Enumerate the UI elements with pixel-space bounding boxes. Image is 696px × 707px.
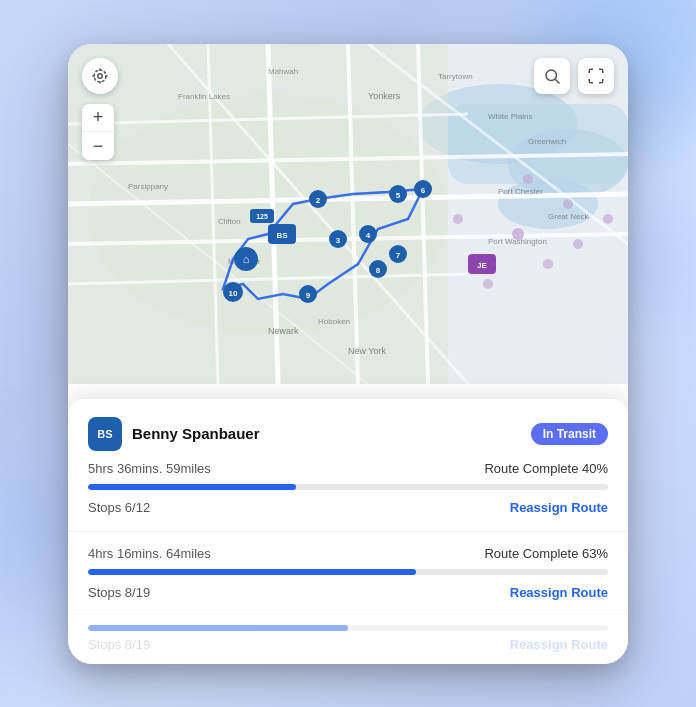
card-2-reassign-button[interactable]: Reassign Route <box>510 585 608 600</box>
location-button[interactable] <box>82 58 118 94</box>
svg-text:10: 10 <box>229 289 238 298</box>
route-card-1: BS Benny Spanbauer In Transit 5hrs 36min… <box>68 399 628 531</box>
svg-point-62 <box>483 279 493 289</box>
card-2-time-dist: 4hrs 16mins. 64miles <box>88 546 211 561</box>
svg-text:7: 7 <box>396 251 401 260</box>
card-1-progress-fill <box>88 484 296 490</box>
card-1-time-dist: 5hrs 36mins. 59miles <box>88 461 211 476</box>
svg-text:Parsippany: Parsippany <box>128 182 168 191</box>
cards-panel: BS Benny Spanbauer In Transit 5hrs 36min… <box>68 399 628 664</box>
svg-text:White Plains: White Plains <box>488 112 532 121</box>
app-container: Yonkers Mahwah Tarrytown White Plains Gr… <box>68 44 628 664</box>
svg-text:125: 125 <box>256 213 268 220</box>
card-1-footer: Stops 6/12 Reassign Route <box>88 500 608 515</box>
card-1-driver-name: Benny Spanbauer <box>132 425 260 442</box>
fullscreen-icon <box>587 67 605 85</box>
card-2-stops: Stops 8/19 <box>88 585 150 600</box>
search-map-button[interactable] <box>534 58 570 94</box>
svg-text:2: 2 <box>316 196 321 205</box>
svg-text:Newark: Newark <box>268 326 299 336</box>
svg-text:Greenwich: Greenwich <box>528 137 566 146</box>
card-1-route-complete: Route Complete 40% <box>484 461 608 476</box>
card-2-route-complete: Route Complete 63% <box>484 546 608 561</box>
card-3-stops: Stops 8/19 <box>88 637 150 652</box>
card-2-route-meta: 4hrs 16mins. 64miles Route Complete 63% <box>88 546 608 561</box>
card-2-progress-fill <box>88 569 416 575</box>
card-1-progress-bg <box>88 484 608 490</box>
card-1-avatar: BS <box>88 417 122 451</box>
card-1-route-meta: 5hrs 36mins. 59miles Route Complete 40% <box>88 461 608 476</box>
search-icon <box>543 67 561 85</box>
svg-point-65 <box>573 239 583 249</box>
card-2-footer: Stops 8/19 Reassign Route <box>88 585 608 600</box>
route-card-3: Stops 8/19 Reassign Route <box>68 614 628 664</box>
card-1-stops: Stops 6/12 <box>88 500 150 515</box>
map-background: Yonkers Mahwah Tarrytown White Plains Gr… <box>68 44 628 384</box>
svg-point-66 <box>603 214 613 224</box>
svg-text:6: 6 <box>421 186 426 195</box>
svg-text:3: 3 <box>336 236 341 245</box>
map-controls-right <box>534 58 614 94</box>
location-icon <box>91 67 109 85</box>
svg-text:5: 5 <box>396 191 401 200</box>
svg-point-68 <box>98 73 103 78</box>
svg-point-70 <box>546 70 557 81</box>
card-3-footer: Stops 8/19 Reassign Route <box>88 637 608 652</box>
svg-text:JE: JE <box>477 261 487 270</box>
route-card-2: 4hrs 16mins. 64miles Route Complete 63% … <box>68 531 628 614</box>
svg-point-69 <box>94 70 106 82</box>
card-1-status-badge: In Transit <box>531 423 608 445</box>
svg-line-71 <box>555 79 559 83</box>
svg-text:8: 8 <box>376 266 381 275</box>
zoom-in-button[interactable]: + <box>82 104 114 132</box>
map-area: Yonkers Mahwah Tarrytown White Plains Gr… <box>68 44 628 384</box>
fullscreen-button[interactable] <box>578 58 614 94</box>
card-1-driver-info: BS Benny Spanbauer <box>88 417 260 451</box>
card-3-reassign-button[interactable]: Reassign Route <box>510 637 608 652</box>
svg-text:Clifton: Clifton <box>218 217 241 226</box>
svg-point-61 <box>543 259 553 269</box>
card-2-progress-bg <box>88 569 608 575</box>
svg-text:Hoboken: Hoboken <box>318 317 350 326</box>
svg-point-60 <box>512 228 524 240</box>
svg-text:New York: New York <box>348 346 387 356</box>
svg-text:9: 9 <box>306 291 311 300</box>
zoom-out-button[interactable]: − <box>82 132 114 160</box>
svg-point-63 <box>563 199 573 209</box>
card-3-progress-fill <box>88 625 348 631</box>
svg-text:BS: BS <box>276 231 288 240</box>
card-3-progress-bg <box>88 625 608 631</box>
card-1-reassign-button[interactable]: Reassign Route <box>510 500 608 515</box>
svg-text:Great Neck: Great Neck <box>548 212 589 221</box>
svg-text:⌂: ⌂ <box>243 253 250 265</box>
zoom-controls: + − <box>82 104 114 160</box>
svg-point-64 <box>523 174 533 184</box>
card-1-header: BS Benny Spanbauer In Transit <box>88 417 608 451</box>
map-controls-top <box>82 58 614 94</box>
svg-text:4: 4 <box>366 231 371 240</box>
svg-text:Port Chester: Port Chester <box>498 187 543 196</box>
svg-point-67 <box>453 214 463 224</box>
